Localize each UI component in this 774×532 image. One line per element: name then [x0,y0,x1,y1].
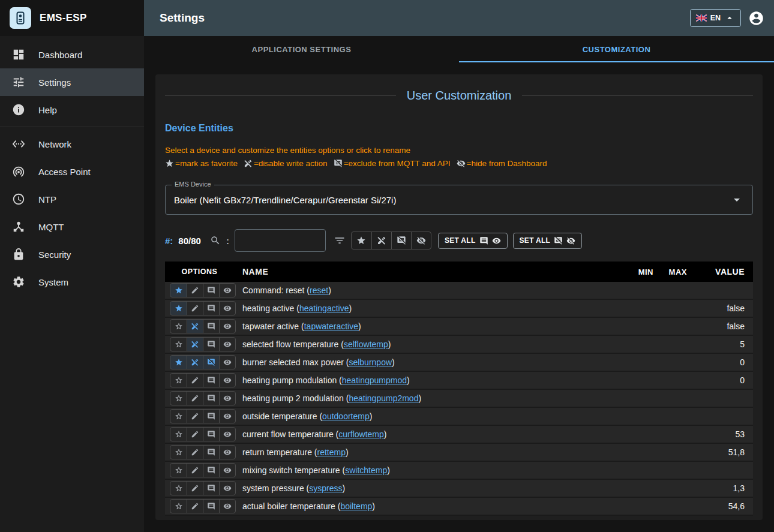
filter-edit-off-toggle[interactable] [371,232,391,249]
table-row[interactable]: mixing switch temperature (switchtemp) [165,462,753,480]
hide-from-dashboard-toggle[interactable] [219,428,235,441]
table-row[interactable]: selected flow temperature (selflowtemp)5 [165,336,753,354]
tab-customization[interactable]: CUSTOMIZATION [459,36,774,62]
favorite-toggle[interactable] [170,464,187,477]
entity-shortname-link[interactable]: rettemp [317,447,346,457]
disable-write-toggle[interactable] [187,284,203,297]
hide-from-dashboard-toggle[interactable] [219,482,235,495]
table-row[interactable]: current flow temperature (curflowtemp)53 [165,426,753,444]
sidebar-item-settings[interactable]: Settings [0,68,144,96]
sidebar-item-access-point[interactable]: Access Point [0,158,144,185]
entity-shortname-link[interactable]: heatingactive [299,303,349,313]
favorite-toggle[interactable] [170,500,187,513]
exclude-mqtt-toggle[interactable] [203,482,219,495]
disable-write-toggle[interactable] [187,428,203,441]
entity-shortname-link[interactable]: outdoortemp [322,411,370,421]
filter-message-off-toggle[interactable] [391,232,411,249]
table-row[interactable]: heating active (heatingactive)false [165,300,753,318]
exclude-mqtt-toggle[interactable] [203,392,219,405]
favorite-toggle[interactable] [170,320,187,333]
exclude-mqtt-toggle[interactable] [203,428,219,441]
favorite-toggle[interactable] [170,428,187,441]
exclude-mqtt-toggle[interactable] [203,338,219,351]
table-row[interactable]: system pressure (syspress)1,3 [165,480,753,498]
disable-write-toggle[interactable] [187,302,203,315]
hide-from-dashboard-toggle[interactable] [219,446,235,459]
hide-from-dashboard-toggle[interactable] [219,374,235,387]
eye-icon [223,304,232,312]
disable-write-toggle[interactable] [187,392,203,405]
table-row[interactable]: Command: reset (reset) [165,282,753,300]
exclude-mqtt-toggle[interactable] [203,302,219,315]
tab-application-settings[interactable]: APPLICATION SETTINGS [144,36,459,62]
hide-from-dashboard-toggle[interactable] [219,500,235,513]
exclude-mqtt-toggle[interactable] [203,320,219,333]
hide-from-dashboard-toggle[interactable] [219,284,235,297]
hide-from-dashboard-toggle[interactable] [219,410,235,423]
exclude-mqtt-toggle[interactable] [203,500,219,513]
hide-from-dashboard-toggle[interactable] [219,338,235,351]
favorite-toggle[interactable] [170,338,187,351]
favorite-toggle[interactable] [170,374,187,387]
sidebar-item-system[interactable]: System [0,268,144,296]
disable-write-toggle[interactable] [187,482,203,495]
favorite-toggle[interactable] [170,392,187,405]
exclude-mqtt-toggle[interactable] [203,374,219,387]
table-row[interactable]: return temperature (rettemp)51,8 [165,444,753,462]
account-button[interactable] [748,10,764,26]
table-row[interactable]: heating pump 2 modulation (heatingpump2m… [165,390,753,408]
sidebar-item-network[interactable]: Network [0,130,144,158]
sidebar-item-mqtt[interactable]: MQTT [0,213,144,241]
filter-eye-off-toggle[interactable] [411,232,431,249]
disable-write-toggle[interactable] [187,374,203,387]
favorite-toggle[interactable] [170,482,187,495]
disable-write-toggle[interactable] [187,320,203,333]
set-all-hide-button[interactable]: SET ALL [513,233,583,249]
entity-shortname-link[interactable]: syspress [309,483,342,493]
entity-shortname-link[interactable]: curflowtemp [338,429,383,439]
sidebar-item-ntp[interactable]: NTP [0,185,144,213]
disable-write-toggle[interactable] [187,356,203,369]
exclude-mqtt-toggle[interactable] [203,356,219,369]
table-row[interactable]: heating pump modulation (heatingpumpmod)… [165,372,753,390]
entity-shortname-link[interactable]: tapwateractive [304,321,358,331]
entity-shortname-link[interactable]: selburnpow [349,357,392,367]
sidebar-item-help[interactable]: Help [0,96,144,124]
disable-write-toggle[interactable] [187,410,203,423]
exclude-mqtt-toggle[interactable] [203,410,219,423]
exclude-mqtt-toggle[interactable] [203,446,219,459]
favorite-toggle[interactable] [170,446,187,459]
entity-shortname-link[interactable]: heatingpump2mod [349,393,418,403]
hide-from-dashboard-toggle[interactable] [219,302,235,315]
exclude-mqtt-toggle[interactable] [203,284,219,297]
favorite-toggle[interactable] [170,356,187,369]
entity-shortname-link[interactable]: heatingpumpmod [342,375,407,385]
disable-write-toggle[interactable] [187,446,203,459]
exclude-mqtt-toggle[interactable] [203,464,219,477]
search-input[interactable] [235,229,326,252]
hide-from-dashboard-toggle[interactable] [219,464,235,477]
disable-write-toggle[interactable] [187,500,203,513]
hide-from-dashboard-toggle[interactable] [219,356,235,369]
hide-from-dashboard-toggle[interactable] [219,392,235,405]
hide-from-dashboard-toggle[interactable] [219,320,235,333]
table-row[interactable]: outside temperature (outdoortemp) [165,408,753,426]
language-selector-button[interactable]: EN [690,9,741,27]
filter-star-toggle[interactable] [352,232,371,249]
disable-write-toggle[interactable] [187,338,203,351]
entity-shortname-link[interactable]: boiltemp [340,501,372,511]
favorite-toggle[interactable] [170,410,187,423]
favorite-toggle[interactable] [170,284,187,297]
sidebar-item-security[interactable]: Security [0,241,144,268]
set-all-show-button[interactable]: SET ALL [438,233,508,249]
table-row[interactable]: burner selected max power (selburnpow)0 [165,354,753,372]
entity-shortname-link[interactable]: selflowtemp [344,339,388,349]
entity-shortname-link[interactable]: reset [310,285,328,295]
table-row[interactable]: actual boiler temperature (boiltemp)54,6 [165,498,753,516]
ems-device-select[interactable]: EMS Device Boiler (Nefit GBx72/Trendline… [165,185,753,215]
disable-write-toggle[interactable] [187,464,203,477]
favorite-toggle[interactable] [170,302,187,315]
entity-shortname-link[interactable]: switchtemp [345,465,387,475]
table-row[interactable]: tapwater active (tapwateractive)false [165,318,753,336]
sidebar-item-dashboard[interactable]: Dashboard [0,41,144,68]
